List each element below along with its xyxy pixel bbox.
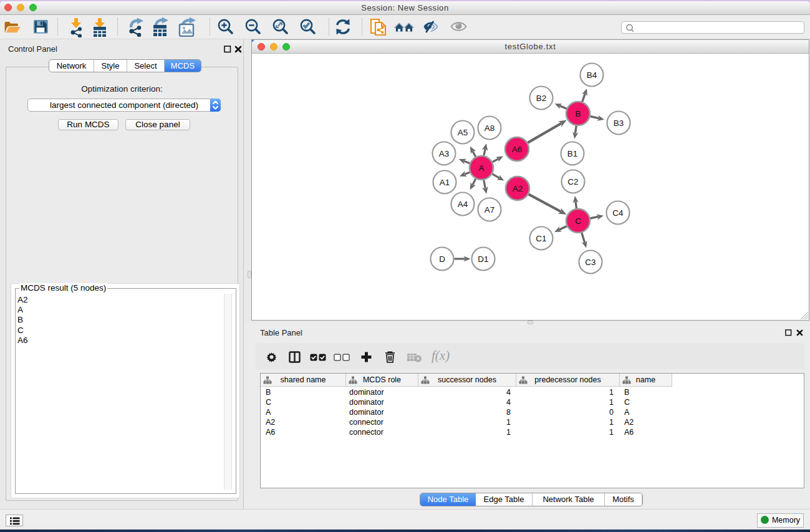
svg-text:D1: D1 — [478, 254, 488, 264]
svg-text:C3: C3 — [585, 258, 595, 267]
svg-text:B2: B2 — [536, 94, 547, 103]
svg-text:B1: B1 — [567, 149, 578, 158]
svg-text:D: D — [439, 254, 445, 264]
svg-text:A: A — [478, 163, 484, 173]
svg-text:B: B — [575, 109, 581, 118]
svg-text:A7: A7 — [485, 205, 495, 215]
svg-text:A2: A2 — [513, 184, 523, 193]
svg-text:A5: A5 — [458, 128, 468, 137]
svg-text:C2: C2 — [567, 177, 578, 186]
svg-text:C1: C1 — [536, 234, 546, 243]
svg-text:A1: A1 — [440, 178, 450, 187]
svg-text:A4: A4 — [458, 200, 468, 209]
svg-text:A8: A8 — [485, 123, 495, 133]
svg-text:C4: C4 — [612, 208, 624, 218]
svg-text:B3: B3 — [614, 118, 624, 128]
svg-text:C: C — [575, 216, 581, 226]
svg-text:A6: A6 — [512, 145, 523, 154]
svg-text:B4: B4 — [587, 70, 597, 80]
svg-text:A3: A3 — [439, 149, 450, 158]
